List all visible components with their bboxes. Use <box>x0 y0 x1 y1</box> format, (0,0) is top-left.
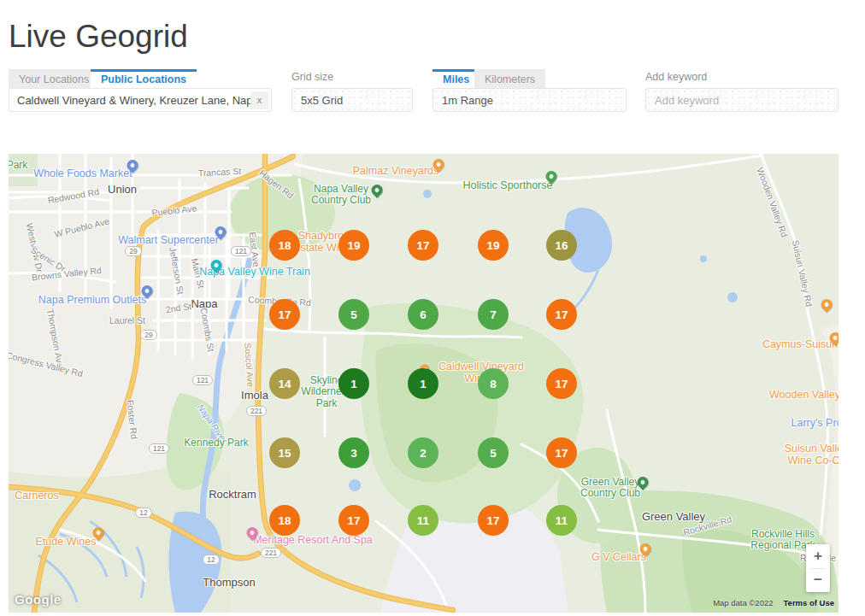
grid-rank-marker[interactable]: 19 <box>478 230 509 261</box>
grid-rank-marker[interactable]: 19 <box>338 230 369 261</box>
range-select[interactable]: 1m Range <box>432 88 627 112</box>
clear-location-button[interactable]: x <box>250 91 268 109</box>
tab-public-locations[interactable]: Public Locations <box>91 69 197 88</box>
grid-rank-marker[interactable]: 18 <box>269 505 300 536</box>
grid-size-select[interactable]: 5x5 Grid <box>291 88 413 112</box>
grid-rank-marker[interactable]: 18 <box>269 230 300 261</box>
zoom-out-button[interactable]: − <box>806 568 830 592</box>
tab-your-locations[interactable]: Your Locations <box>9 69 99 88</box>
grid-rank-marker[interactable]: 3 <box>338 437 369 468</box>
grid-rank-marker[interactable]: 17 <box>478 505 509 536</box>
grid-rank-marker[interactable]: 17 <box>269 299 300 330</box>
grid-rank-marker[interactable]: 5 <box>478 437 509 468</box>
grid-rank-marker[interactable]: 17 <box>546 368 577 399</box>
grid-rank-marker[interactable]: 17 <box>408 230 438 261</box>
grid-rank-marker[interactable]: 8 <box>478 368 509 399</box>
grid-rank-marker[interactable]: 5 <box>338 299 369 330</box>
grid-rank-marker[interactable]: 17 <box>338 505 369 536</box>
map-zoom-control: + − <box>806 544 830 592</box>
google-logo[interactable]: Google <box>15 592 62 607</box>
grid-rank-marker[interactable]: 14 <box>269 368 300 399</box>
grid-rank-marker[interactable]: 17 <box>546 437 577 468</box>
grid-rank-marker[interactable]: 11 <box>546 505 577 536</box>
grid-size-label: Grid size <box>291 71 333 83</box>
grid-rank-marker[interactable]: 7 <box>478 299 509 330</box>
grid-marker-layer: 1819171916175671714118171532517181711171… <box>9 154 839 613</box>
live-geogrid-page: Live Geogrid Your Locations Public Locat… <box>0 0 865 616</box>
zoom-in-button[interactable]: + <box>806 544 830 568</box>
tab-miles[interactable]: Miles <box>432 69 480 88</box>
grid-rank-marker[interactable]: 2 <box>408 437 438 468</box>
grid-rank-marker[interactable]: 17 <box>546 299 577 330</box>
add-keyword-label: Add keyword <box>645 71 707 83</box>
location-search-field[interactable]: Caldwell Vineyard & Winery, Kreuzer Lane… <box>9 88 272 112</box>
location-value: Caldwell Vineyard & Winery, Kreuzer Lane… <box>9 94 250 107</box>
map-attribution: Map data ©2022 Terms of Use <box>713 598 834 607</box>
map-data-text: Map data ©2022 <box>713 598 773 607</box>
keyword-input[interactable] <box>645 88 839 112</box>
terms-of-use-link[interactable]: Terms of Use <box>784 598 834 607</box>
grid-rank-marker[interactable]: 1 <box>408 368 438 399</box>
grid-rank-marker[interactable]: 16 <box>546 230 577 261</box>
grid-rank-marker[interactable]: 15 <box>269 437 300 468</box>
grid-rank-marker[interactable]: 11 <box>408 505 438 536</box>
zoom-divider <box>810 568 826 569</box>
page-title: Live Geogrid <box>9 19 188 55</box>
tab-kilometers[interactable]: Kilometers <box>474 69 545 88</box>
grid-rank-marker[interactable]: 6 <box>408 299 438 330</box>
map-canvas[interactable]: ParkWhole Foods MarketUnionTrancas StHag… <box>9 154 839 613</box>
grid-rank-marker[interactable]: 1 <box>338 368 369 399</box>
